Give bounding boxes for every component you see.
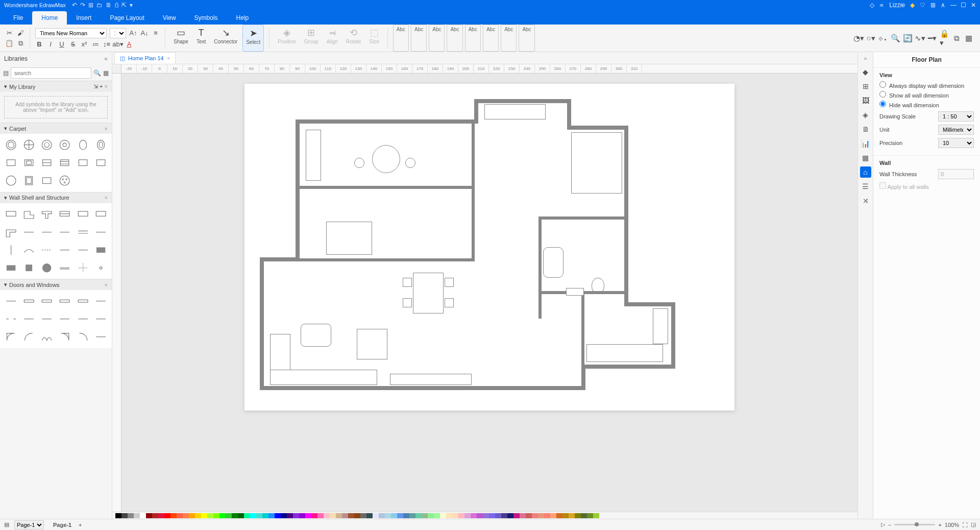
replace-icon[interactable]: 🔄 (903, 34, 912, 42)
radio-always-display[interactable]: Always display wall dimension (879, 81, 974, 89)
door-shape[interactable] (57, 311, 73, 327)
door-shape[interactable] (75, 329, 91, 345)
tab-insert[interactable]: Insert (67, 11, 101, 25)
text-case-icon[interactable]: ab▾ (114, 40, 122, 49)
style-preset-1[interactable]: Abc (393, 25, 409, 52)
tool-shape[interactable]: ▭Shape (170, 25, 191, 52)
decrease-font-icon[interactable]: A↓ (140, 29, 149, 37)
wall-shape[interactable] (39, 224, 55, 240)
tool-rotate[interactable]: ⟲Rotate (343, 25, 364, 52)
print-icon[interactable]: ⎙ (115, 2, 118, 9)
tool-select[interactable]: ➤Select (242, 25, 264, 52)
collapse-library-icon[interactable]: « (104, 55, 108, 62)
color-swatch[interactable] (452, 513, 458, 518)
drawing-scale-select[interactable]: 1 : 50 (938, 111, 974, 122)
unit-select[interactable]: Millimeters (938, 125, 974, 135)
align-text-icon[interactable]: ≡ (152, 29, 160, 37)
wall-shape[interactable] (75, 224, 91, 240)
style-preset-5[interactable]: Abc (465, 25, 481, 52)
tab-symbols[interactable]: Symbols (185, 11, 227, 25)
door-shape[interactable] (93, 311, 109, 327)
color-swatch[interactable] (532, 513, 538, 518)
settings-icon[interactable]: ☰ (860, 181, 871, 192)
door-shape[interactable] (3, 311, 19, 327)
layers-icon[interactable]: ◈ (860, 109, 871, 121)
door-shape[interactable] (57, 293, 73, 309)
color-swatch[interactable] (526, 513, 532, 518)
style-preset-3[interactable]: Abc (429, 25, 445, 52)
radio-show-all[interactable]: Show all wall dimension (879, 91, 974, 99)
door-shape[interactable] (39, 329, 55, 345)
search-icon[interactable]: 🔍 (891, 34, 899, 42)
apply-all-walls-checkbox[interactable]: Apply to all walls (879, 184, 929, 190)
door-shape[interactable] (57, 329, 73, 345)
wall-shape[interactable] (3, 206, 19, 222)
door-shape[interactable] (3, 293, 19, 309)
wall-shape[interactable] (3, 242, 19, 258)
color-swatch[interactable] (164, 513, 170, 518)
section-my-library[interactable]: ▾ My Library ⇲ + × (0, 81, 112, 92)
close-section-icon[interactable]: × (105, 83, 108, 89)
floor-plan-icon[interactable]: ⌂ (860, 166, 871, 178)
carpet-shape[interactable] (93, 137, 109, 153)
section-carpet[interactable]: ▾ Carpet× (0, 123, 112, 134)
color-swatch[interactable] (183, 513, 189, 518)
carpet-shape[interactable] (21, 155, 37, 171)
wall-shape[interactable] (57, 224, 73, 240)
color-swatch[interactable] (146, 513, 152, 518)
color-swatch[interactable] (177, 513, 183, 518)
maximize-icon[interactable]: ☐ (961, 2, 966, 9)
color-swatch[interactable] (219, 513, 226, 518)
door-shape[interactable] (93, 329, 109, 345)
door-shape[interactable] (75, 311, 91, 327)
wall-shape[interactable] (21, 242, 37, 258)
color-swatch[interactable] (170, 513, 177, 518)
color-swatch[interactable] (256, 513, 262, 518)
wall-shape[interactable] (21, 260, 37, 276)
font-family-select[interactable]: Times New Roman (35, 28, 107, 38)
carpet-shape[interactable] (3, 137, 19, 153)
color-swatch[interactable] (226, 513, 232, 518)
canvas-scroll[interactable] (121, 74, 857, 512)
color-swatch[interactable] (428, 513, 434, 518)
color-swatch[interactable] (189, 513, 195, 518)
zoom-slider[interactable] (894, 524, 935, 525)
color-swatch[interactable] (207, 513, 213, 518)
color-swatch[interactable] (121, 513, 128, 518)
color-swatch[interactable] (373, 513, 379, 518)
color-swatch[interactable] (134, 513, 140, 518)
color-swatch[interactable] (201, 513, 207, 518)
color-swatch[interactable] (317, 513, 324, 518)
color-swatch[interactable] (348, 513, 354, 518)
save-icon[interactable]: 🗎 (106, 2, 112, 9)
color-swatch[interactable] (550, 513, 556, 518)
notification-icon[interactable]: ◇ (870, 2, 874, 9)
color-swatch[interactable] (238, 513, 244, 518)
carpet-shape[interactable] (57, 137, 73, 153)
wall-shape[interactable] (39, 260, 55, 276)
collapse-ribbon-icon[interactable]: ∧ (941, 2, 945, 9)
bullets-icon[interactable]: ≔ (91, 40, 100, 49)
color-swatch[interactable] (434, 513, 440, 518)
carpet-shape[interactable] (75, 155, 91, 171)
carpet-shape[interactable] (93, 155, 109, 171)
add-icon[interactable]: + (100, 83, 103, 89)
color-swatch[interactable] (128, 513, 134, 518)
tab-page-layout[interactable]: Page Layout (101, 11, 153, 25)
color-swatch[interactable] (299, 513, 305, 518)
color-swatch[interactable] (311, 513, 317, 518)
wall-shape[interactable] (75, 242, 91, 258)
search-icon[interactable]: 🔍 (93, 69, 101, 77)
color-swatch[interactable] (538, 513, 544, 518)
page-icon[interactable]: 🗎 (860, 124, 871, 135)
strikethrough-icon[interactable]: S̶ (69, 40, 77, 49)
color-swatch[interactable] (354, 513, 360, 518)
style-preset-6[interactable]: Abc (483, 25, 499, 52)
tool-group[interactable]: ⊞Group (301, 25, 322, 52)
wall-shape[interactable] (39, 206, 55, 222)
zoom-in-icon[interactable]: + (938, 522, 941, 528)
door-shape[interactable] (39, 293, 55, 309)
redo-icon[interactable]: ↷ (80, 2, 85, 9)
new-icon[interactable]: ⊞ (88, 2, 93, 9)
carpet-shape[interactable] (21, 137, 37, 153)
